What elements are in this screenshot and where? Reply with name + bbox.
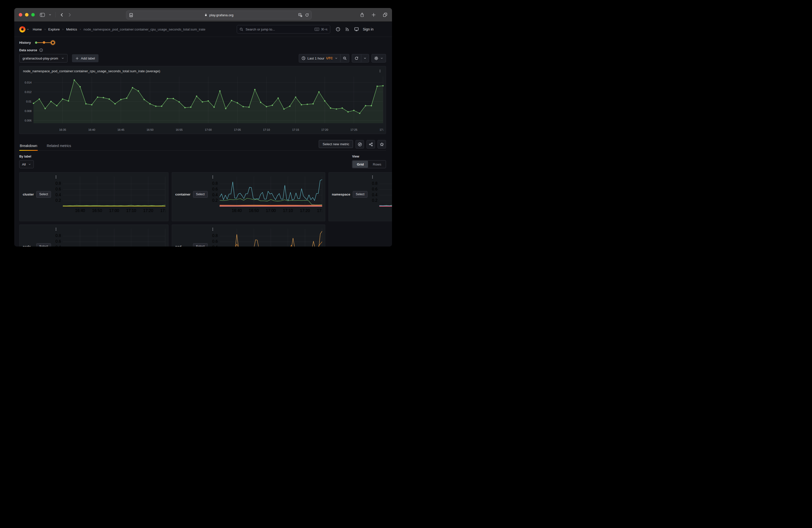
svg-text:0.8: 0.8 [56, 234, 61, 238]
back-icon[interactable] [60, 13, 64, 17]
svg-text:17:00: 17:00 [266, 208, 276, 213]
forward-icon[interactable] [68, 13, 72, 17]
new-tab-icon[interactable] [372, 13, 376, 17]
translate-icon[interactable]: A✦ [298, 13, 303, 17]
tab-breakdown[interactable]: Breakdown [19, 142, 38, 150]
info-icon[interactable] [39, 48, 43, 52]
select-label-button[interactable]: Select [36, 191, 51, 198]
star-button[interactable] [377, 140, 386, 148]
lock-icon [204, 13, 207, 17]
sidebar-toggle-icon[interactable] [40, 13, 45, 17]
history-step-icon[interactable] [43, 41, 45, 44]
close-window-button[interactable] [19, 13, 22, 16]
tab-related-metrics[interactable]: Related metrics [46, 142, 72, 150]
by-label-select[interactable]: All [19, 160, 34, 168]
svg-text:17:10: 17:10 [263, 128, 270, 131]
view-label: View [352, 155, 386, 158]
help-icon[interactable]: ? [336, 27, 340, 31]
svg-text:16:55: 16:55 [176, 128, 183, 131]
explore-compass-button[interactable] [356, 140, 364, 148]
org-switcher-chevron-icon[interactable] [27, 28, 29, 31]
select-label-button[interactable]: Select [353, 191, 367, 198]
svg-text:17:05: 17:05 [234, 128, 241, 131]
browser-window: play.grafana.org A✦ [14, 8, 392, 247]
select-label-button[interactable]: Select [193, 191, 208, 198]
sign-in-button[interactable]: Sign in [363, 27, 374, 31]
panel-menu-icon[interactable] [378, 69, 382, 73]
address-bar[interactable]: play.grafana.org A✦ [126, 11, 312, 19]
minimize-window-button[interactable] [25, 13, 29, 16]
svg-text:17:20: 17:20 [321, 128, 328, 131]
svg-text:0.2: 0.2 [212, 198, 218, 203]
tab-overview-icon[interactable] [383, 13, 388, 17]
grafana-app: Home›Explore›Metrics›node_namespace_pod_… [14, 22, 392, 247]
svg-text:0.6: 0.6 [212, 239, 218, 244]
sidebar-chevron-icon[interactable] [48, 13, 52, 16]
svg-text:17:30: 17:30 [160, 208, 166, 213]
history-current-step-icon[interactable] [51, 41, 55, 45]
refresh-interval-chevron[interactable] [361, 54, 369, 62]
breadcrumb-item[interactable]: node_namespace_pod_container:container_c… [84, 28, 205, 31]
panel-menu-icon[interactable]: 0.20.40.60.816:4016:5017:0017:1017:2017:… [210, 175, 323, 214]
panel-menu-icon[interactable]: 0.20.40.60.816:4016:5017:0017:1017:2017:… [54, 227, 166, 247]
time-picker-group: Last 1 hour UTC [299, 54, 349, 62]
breadcrumb-separator-icon: › [80, 28, 81, 31]
news-rss-icon[interactable] [345, 27, 349, 31]
zoom-window-button[interactable] [31, 13, 35, 16]
svg-text:0.006: 0.006 [25, 119, 31, 122]
breadcrumb-item[interactable]: Metrics [66, 28, 77, 31]
svg-text:16:35: 16:35 [59, 128, 66, 131]
timezone-text: UTC [326, 57, 333, 60]
panel-menu-icon[interactable]: 0.20.40.60.816:4016:5017:0017:1017:2017:… [54, 175, 166, 214]
reload-icon[interactable] [305, 13, 309, 17]
breadcrumb-item[interactable]: Explore [48, 28, 60, 31]
breadcrumb-separator-icon: › [44, 28, 45, 31]
svg-text:0.014: 0.014 [25, 81, 31, 84]
history-timeline[interactable] [35, 41, 55, 45]
by-label-label: By label [19, 155, 34, 158]
breadcrumb-item[interactable]: Home [33, 28, 42, 31]
add-label-button[interactable]: Add label [72, 54, 99, 62]
page-settings-icon[interactable] [129, 13, 133, 17]
share-link-button[interactable] [366, 140, 375, 148]
monitor-icon[interactable] [354, 27, 359, 31]
svg-text:0.008: 0.008 [25, 109, 31, 113]
svg-text:16:40: 16:40 [75, 208, 85, 213]
select-label-button[interactable]: Select [36, 243, 51, 247]
label-timeseries-chart[interactable] [331, 215, 392, 247]
panel-title: node [23, 245, 31, 247]
url-text[interactable]: play.grafana.org [209, 13, 233, 17]
panel-menu-icon[interactable]: 0.20.40.60.816:4016:5017:0017:1017:2017:… [210, 227, 323, 247]
data-source-label: Data source [19, 48, 37, 52]
main-timeseries-chart[interactable]: 0.0060.0080.010.0120.01416:3516:4016:451… [21, 74, 384, 133]
svg-text:17:10: 17:10 [283, 208, 293, 213]
select-new-metric-button[interactable]: Select new metric [319, 140, 353, 148]
svg-text:0.6: 0.6 [56, 239, 61, 244]
panel-menu-icon[interactable]: 0.20.40.60.816:4016:5017:0017:1017:2017:… [370, 175, 392, 214]
keyboard-icon [315, 28, 319, 31]
svg-text:16:40: 16:40 [392, 208, 392, 213]
history-label: History [19, 41, 31, 44]
window-controls [19, 13, 35, 16]
search-input[interactable]: Search or jump to... ⌘+k [237, 25, 330, 33]
view-rows-option[interactable]: Rows [368, 161, 386, 168]
svg-text:0.6: 0.6 [56, 187, 61, 191]
search-icon [240, 28, 243, 31]
settings-button[interactable] [372, 54, 386, 62]
zoom-out-time-button[interactable] [340, 54, 349, 62]
svg-text:17:30: 17:30 [317, 208, 323, 213]
select-label-button[interactable]: Select [193, 243, 208, 247]
svg-text:17:30: 17:30 [379, 128, 384, 131]
history-step-icon[interactable] [35, 42, 37, 44]
panel-title: pod [175, 245, 182, 247]
search-shortcut: ⌘+k [321, 28, 328, 31]
data-source-select[interactable]: grafanacloud-play-prom [19, 54, 68, 62]
view-grid-option[interactable]: Grid [352, 161, 368, 168]
search-placeholder: Search or jump to... [246, 28, 275, 31]
share-icon[interactable] [360, 13, 364, 17]
refresh-button[interactable] [352, 54, 361, 62]
time-range-button[interactable]: Last 1 hour UTC [299, 54, 340, 62]
add-label-text: Add label [81, 57, 95, 60]
svg-text:16:50: 16:50 [146, 128, 154, 131]
grafana-logo-icon[interactable] [18, 25, 27, 33]
